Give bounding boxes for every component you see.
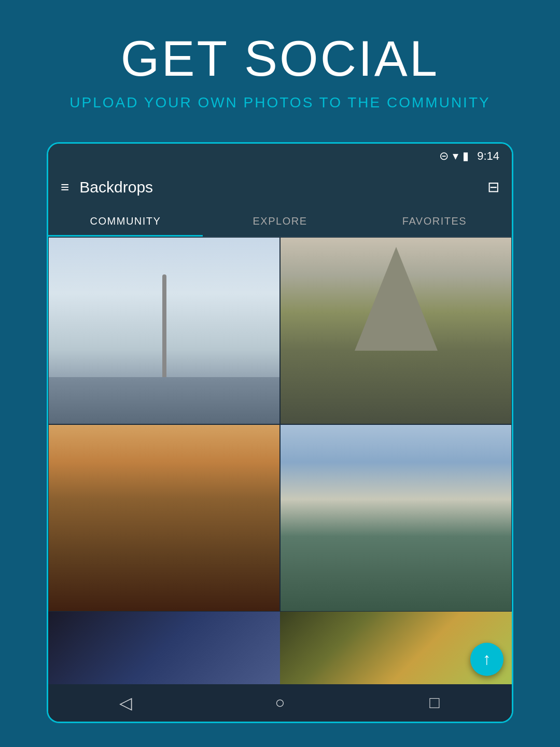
woodlands-image	[49, 425, 279, 611]
nav-bar: ◁ ○ □	[48, 684, 512, 722]
photo-card-summit[interactable]: The Summit Backdrops ♡	[280, 237, 512, 424]
status-icons: ⊝ ▾ ▮ 9:14	[439, 149, 499, 163]
tab-bar: COMMUNITY EXPLORE FAVORITES	[48, 206, 512, 237]
status-bar: ⊝ ▾ ▮ 9:14	[48, 144, 512, 169]
content-area: Snow Uday Savariya ♡ The Summit Backdrop…	[48, 237, 512, 684]
photo-card-snow[interactable]: Snow Uday Savariya ♡	[48, 237, 280, 424]
snow-scene	[49, 238, 279, 424]
app-bar-title: Backdrops	[79, 178, 153, 196]
upload-fab-button[interactable]: ↑	[470, 643, 503, 676]
nav-back-button[interactable]: ◁	[110, 687, 141, 718]
woodlands-scene	[49, 425, 279, 611]
photo-card-windypeak[interactable]: Windy Peak Jaszek Wilk ♡	[280, 424, 512, 612]
hero-title: GET SOCIAL	[10, 31, 550, 86]
snow-image	[49, 238, 279, 424]
summit-image	[281, 238, 511, 424]
device-frame: ⊝ ▾ ▮ 9:14 ≡ Backdrops ⊟ COMMUNITY EXPLO…	[47, 142, 513, 723]
nav-recent-button[interactable]: □	[419, 687, 450, 718]
windypeak-image	[281, 425, 511, 611]
tab-explore[interactable]: EXPLORE	[203, 206, 357, 237]
photo-card-woodlands[interactable]: Woodlands Backdrops ♡	[48, 424, 280, 612]
partial-photo-left[interactable]	[48, 612, 280, 684]
nav-home-button[interactable]: ○	[264, 687, 296, 718]
tab-community[interactable]: COMMUNITY	[48, 206, 203, 237]
status-time: 9:14	[477, 149, 499, 163]
home-icon: ○	[275, 693, 285, 712]
menu-icon[interactable]: ≡	[61, 179, 69, 196]
back-icon: ◁	[119, 693, 132, 713]
signal-icon: ⊝	[439, 149, 449, 163]
partial-row: ↑	[48, 612, 512, 684]
summit-scene	[281, 238, 511, 424]
upload-icon: ↑	[483, 649, 491, 669]
windypeak-scene	[281, 425, 511, 611]
wifi-icon: ▾	[453, 149, 458, 163]
hero-section: GET SOCIAL UPLOAD YOUR OWN PHOTOS TO THE…	[0, 0, 560, 132]
partial-photo-right[interactable]: ↑	[280, 612, 512, 684]
hero-subtitle: UPLOAD YOUR OWN PHOTOS TO THE COMMUNITY	[10, 94, 550, 111]
battery-icon: ▮	[463, 149, 469, 163]
tab-favorites[interactable]: FAVORITES	[357, 206, 512, 237]
app-bar-left: ≡ Backdrops	[61, 178, 153, 196]
app-bar: ≡ Backdrops ⊟	[48, 169, 512, 206]
partial-scene-left	[48, 612, 280, 684]
filter-icon[interactable]: ⊟	[487, 178, 499, 196]
recent-icon: □	[429, 693, 439, 712]
